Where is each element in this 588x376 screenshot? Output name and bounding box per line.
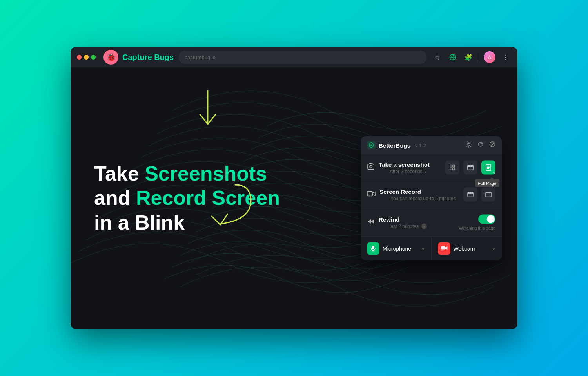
info-icon: i bbox=[421, 223, 427, 229]
betterbugs-logo-icon bbox=[367, 141, 376, 150]
screenshot-title: Take a screenshot bbox=[379, 161, 430, 168]
camera-icon bbox=[367, 163, 375, 172]
headline-and: and bbox=[94, 187, 130, 210]
fullpage-tooltip: Full Page bbox=[475, 179, 499, 187]
rewind-icon bbox=[367, 217, 375, 227]
svg-point-2 bbox=[370, 145, 372, 146]
record-window-btn[interactable] bbox=[463, 188, 477, 202]
svg-rect-11 bbox=[468, 193, 473, 197]
svg-marker-15 bbox=[371, 219, 374, 224]
webcam-label: Webcam bbox=[454, 246, 489, 252]
screen-record-title: Screen Record bbox=[379, 188, 456, 195]
window-capture-btn[interactable] bbox=[463, 161, 477, 175]
logo-icon: 🐞 bbox=[103, 50, 118, 65]
popup-header-icons bbox=[466, 141, 495, 149]
svg-rect-16 bbox=[372, 246, 374, 249]
menu-icon[interactable]: ⋮ bbox=[500, 52, 511, 63]
popup-bottom-bar: Microphone ∨ Webcam ∨ bbox=[361, 237, 502, 260]
mic-icon-bg bbox=[367, 242, 379, 255]
microphone-label: Microphone bbox=[383, 246, 418, 252]
close-button[interactable] bbox=[77, 55, 82, 60]
svg-marker-14 bbox=[368, 219, 371, 224]
content-area: Take Screenshots and Record Screen in a … bbox=[71, 67, 517, 329]
svg-line-5 bbox=[490, 143, 494, 146]
record-icon bbox=[367, 190, 376, 199]
browser-actions: ☆ 🧩 A ⋮ bbox=[432, 51, 511, 63]
minimize-button[interactable] bbox=[84, 55, 89, 60]
svg-rect-19 bbox=[441, 246, 445, 250]
maximize-button[interactable] bbox=[91, 55, 96, 60]
logo-text: Capture Bugs bbox=[122, 53, 174, 62]
svg-point-6 bbox=[370, 165, 372, 168]
arrow-down-annotation bbox=[188, 87, 227, 134]
headline-take: Take bbox=[94, 162, 139, 185]
screen-record-actions bbox=[463, 188, 495, 202]
popup-header: BetterBugs v 1.2 bbox=[361, 136, 502, 154]
popup-version: v 1.2 bbox=[415, 142, 426, 148]
popup-disable-icon[interactable] bbox=[489, 141, 495, 149]
svg-rect-13 bbox=[486, 193, 491, 197]
record-fullscreen-btn[interactable] bbox=[481, 188, 495, 202]
separator bbox=[479, 53, 479, 61]
screen-record-subtitle: You can record up-to 5 minutes bbox=[390, 195, 456, 201]
toggle-knob bbox=[487, 215, 495, 223]
subtitle-chevron[interactable]: ∨ bbox=[424, 169, 427, 174]
star-icon[interactable]: ☆ bbox=[432, 52, 443, 63]
screenshot-section: Take a screenshot After 3 seconds ∨ bbox=[361, 154, 502, 181]
svg-rect-10 bbox=[367, 191, 372, 196]
screenshot-subtitle: After 3 seconds ∨ bbox=[390, 168, 430, 174]
svg-point-3 bbox=[468, 143, 470, 146]
cursor-img: ↖ bbox=[492, 170, 496, 175]
fullpage-capture-btn[interactable]: ↖ Full Page bbox=[481, 161, 495, 175]
window-controls bbox=[77, 55, 96, 60]
rewind-right: Watching this page bbox=[459, 215, 495, 230]
address-bar[interactable]: capturebug.io bbox=[178, 51, 427, 64]
crop-capture-btn[interactable] bbox=[445, 161, 459, 175]
svg-rect-7 bbox=[468, 166, 473, 170]
globe-icon[interactable] bbox=[447, 52, 458, 63]
webcam-icon-bg bbox=[438, 242, 450, 255]
watching-text: Watching this page bbox=[459, 226, 495, 230]
popup-refresh-icon[interactable] bbox=[477, 141, 484, 149]
logo-area: 🐞 Capture Bugs bbox=[103, 50, 174, 65]
extension-popup: BetterBugs v 1.2 bbox=[361, 136, 502, 260]
microphone-btn[interactable]: Microphone ∨ bbox=[361, 237, 432, 260]
popup-brand: BetterBugs bbox=[379, 142, 410, 148]
arrow-curve-annotation bbox=[208, 181, 255, 232]
popup-settings-icon[interactable] bbox=[466, 141, 472, 149]
puzzle-icon[interactable]: 🧩 bbox=[463, 52, 474, 63]
browser-window: 🐞 Capture Bugs capturebug.io ☆ 🧩 A ⋮ bbox=[71, 47, 517, 329]
mic-chevron-icon[interactable]: ∨ bbox=[421, 246, 425, 251]
avatar[interactable]: A bbox=[484, 51, 495, 63]
rewind-toggle[interactable] bbox=[478, 215, 495, 224]
rewind-section: Rewind last 2 minutes i Watching this pa… bbox=[361, 208, 502, 237]
browser-chrome: 🐞 Capture Bugs capturebug.io ☆ 🧩 A ⋮ bbox=[71, 47, 517, 67]
rewind-title: Rewind bbox=[379, 216, 427, 222]
screenshot-actions: ↖ Full Page bbox=[445, 161, 495, 175]
webcam-btn[interactable]: Webcam ∨ bbox=[432, 237, 502, 260]
webcam-chevron-icon[interactable]: ∨ bbox=[492, 246, 495, 251]
rewind-subtitle: last 2 minutes i bbox=[390, 223, 427, 229]
popup-logo: BetterBugs v 1.2 bbox=[367, 141, 426, 150]
